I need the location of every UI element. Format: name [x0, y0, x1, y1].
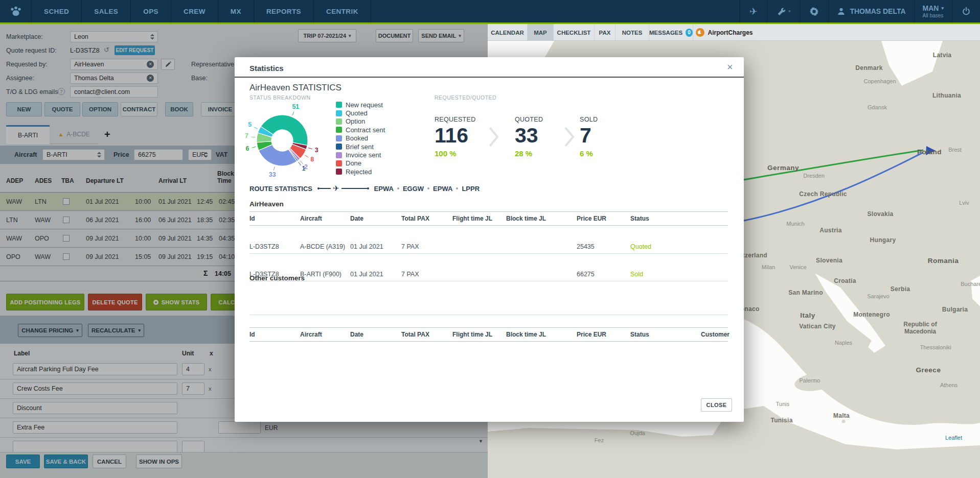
trip-selector[interactable]: TRIP 07-2021/24▾ — [298, 29, 356, 42]
legend-swatch — [336, 160, 342, 166]
show-in-ops-button[interactable]: SHOW IN OPS — [136, 455, 182, 468]
history-icon[interactable]: ↺ — [104, 46, 109, 54]
tba-checkbox[interactable] — [63, 198, 70, 205]
tab-notes[interactable]: NOTES — [616, 24, 649, 41]
document-button[interactable]: DOCUMENT — [376, 29, 413, 42]
tab-a-bcde[interactable]: ▲A-BCDE — [50, 125, 98, 144]
nav-item-sched[interactable]: SCHED — [32, 0, 82, 22]
representative-label: Representative: — [191, 61, 236, 68]
legend-label: Option — [346, 117, 365, 125]
emails-input[interactable]: contact@client.com — [70, 86, 158, 98]
user-menu[interactable]: THOMAS DELTA — [828, 0, 914, 22]
status-button-book[interactable]: BOOK — [165, 102, 193, 116]
send-email-button[interactable]: SEND EMAIL▾ — [418, 29, 464, 42]
change-pricing-button[interactable]: CHANGE PRICING▾ — [18, 324, 82, 337]
edit-request-button[interactable]: EDIT REQUEST — [115, 45, 155, 55]
tba-checkbox[interactable] — [63, 217, 70, 223]
assignee-input[interactable]: Thomas Delta✕ — [70, 73, 158, 84]
base-selector[interactable]: MAN▾ All bases — [914, 0, 952, 22]
currency-select[interactable]: EUR — [188, 149, 212, 160]
statistics-modal: Statistics × AirHeaven STATISTICS STATUS… — [235, 57, 744, 422]
aircraft-select[interactable]: B-ARTI — [42, 149, 105, 160]
edit-client-pencil-button[interactable] — [161, 59, 175, 70]
col-departure: Departure LT — [86, 177, 124, 184]
tab-airportcharges[interactable]: AirportCharges — [693, 24, 756, 41]
save-button[interactable]: SAVE — [6, 455, 40, 468]
marketplace-select[interactable]: Leon — [70, 31, 158, 42]
pricing-amount-input[interactable] — [218, 421, 261, 434]
pricing-unit-input[interactable]: 7 — [182, 383, 204, 395]
cancel-button[interactable]: CANCEL — [93, 455, 126, 468]
table-row[interactable]: L-D3STZ8B-ARTI (F900)01 Jul 20217 PAX662… — [249, 268, 728, 281]
settings-gear-icon[interactable] — [800, 0, 828, 22]
legend-swatch — [336, 118, 342, 125]
status-button-option[interactable]: OPTION — [82, 102, 118, 116]
quote-request-id-label: Quote request ID: — [6, 47, 57, 54]
scroll-down-icon[interactable]: ▼ — [478, 439, 483, 444]
logout-power-icon[interactable] — [952, 0, 980, 22]
nav-item-reports[interactable]: REPORTS — [254, 0, 314, 22]
messages-count-badge: 0 — [686, 29, 693, 37]
pricing-label-input[interactable]: Discount — [13, 402, 177, 414]
tab-b-arti[interactable]: B-ARTI — [6, 125, 50, 144]
donut-value-label: 7 — [245, 132, 248, 139]
close-icon[interactable]: × — [727, 61, 733, 73]
tools-wrench-icon[interactable]: ▾ — [767, 0, 800, 22]
delete-quote-button[interactable]: DELETE QUOTE — [88, 294, 142, 310]
legend-label: Quoted — [346, 109, 368, 117]
status-button-new[interactable]: NEW — [6, 102, 42, 116]
show-stats-button[interactable]: SHOW STATS — [146, 294, 207, 310]
base-sub-label: All bases — [923, 13, 944, 18]
nav-item-sales[interactable]: SALES — [82, 0, 131, 22]
tab-messages[interactable]: MESSAGES0 — [649, 24, 693, 41]
map-attribution[interactable]: Leaflet — [943, 434, 965, 441]
route-airport: EPWA — [433, 185, 452, 193]
table-title: AirHeaven — [249, 200, 284, 208]
select-arrows-icon — [97, 152, 101, 158]
pricing-label-input[interactable]: Aircraft Parking Full Day Fee — [13, 363, 177, 375]
table-row[interactable]: L-D3STZ8A-BCDE (A319)01 Jul 20217 PAX254… — [249, 240, 728, 254]
route-airport: EPWA — [374, 185, 394, 193]
app-window: SCHEDSALESOPSCREWMXREPORTSCENTRIK ✈ ▾ TH… — [0, 0, 980, 478]
user-name: THOMAS DELTA — [850, 7, 905, 15]
aircraft-label: Aircraft — [14, 151, 37, 158]
route-statistics-label: ROUTE STATISTICS — [249, 185, 312, 193]
modal-close-button[interactable]: CLOSE — [701, 398, 732, 412]
tab-map[interactable]: MAP — [528, 24, 554, 41]
add-aircraft-tab-button[interactable]: + — [104, 129, 110, 140]
legend-swatch — [336, 135, 342, 141]
legend-swatch — [336, 127, 342, 133]
leon-logo-icon[interactable] — [0, 0, 32, 22]
save-and-back-button[interactable]: SAVE & BACK — [44, 455, 88, 468]
nav-item-mx[interactable]: MX — [218, 0, 254, 22]
base-value: MAN — [923, 4, 939, 12]
chevron-right-icon — [488, 125, 500, 149]
pricing-unit-input[interactable]: 4 — [182, 363, 204, 375]
status-button-quote[interactable]: QUOTE — [44, 102, 80, 116]
pricing-unit-input[interactable] — [182, 441, 204, 452]
status-button-invoice[interactable]: INVOICE — [201, 102, 239, 116]
tab-calendar[interactable]: CALENDAR — [488, 24, 528, 41]
price-label: Price — [113, 151, 129, 158]
tab-pax[interactable]: PAX — [595, 24, 616, 41]
pricing-label-input[interactable]: Crew Costs Fee — [13, 383, 177, 395]
legend-item: Quoted — [336, 109, 385, 117]
requested-by-input[interactable]: AirHeaven✕ — [70, 59, 158, 70]
nav-item-centrik[interactable]: CENTRIK — [314, 0, 371, 22]
pricing-label-input[interactable]: Extra Fee — [13, 421, 177, 434]
tba-checkbox[interactable] — [63, 253, 70, 260]
add-positioning-legs-button[interactable]: ADD POSITIONING LEGS — [6, 294, 84, 310]
tba-checkbox[interactable] — [63, 235, 70, 242]
nav-item-crew[interactable]: CREW — [171, 0, 218, 22]
nav-item-ops[interactable]: OPS — [131, 0, 171, 22]
recalculate-button[interactable]: RECALCULATE▾ — [88, 324, 144, 337]
pricing-label-input[interactable] — [13, 441, 177, 452]
tab-checklist[interactable]: CHECKLIST — [554, 24, 595, 41]
modal-title: Statistics — [249, 64, 284, 73]
legend-label: Booked — [346, 134, 368, 142]
flights-plane-icon[interactable]: ✈ — [740, 0, 767, 22]
pricing-row — [0, 438, 488, 452]
table-empty-row — [249, 300, 728, 315]
status-button-contract[interactable]: CONTRACT — [121, 102, 157, 116]
price-input[interactable]: 66275 — [134, 149, 183, 160]
